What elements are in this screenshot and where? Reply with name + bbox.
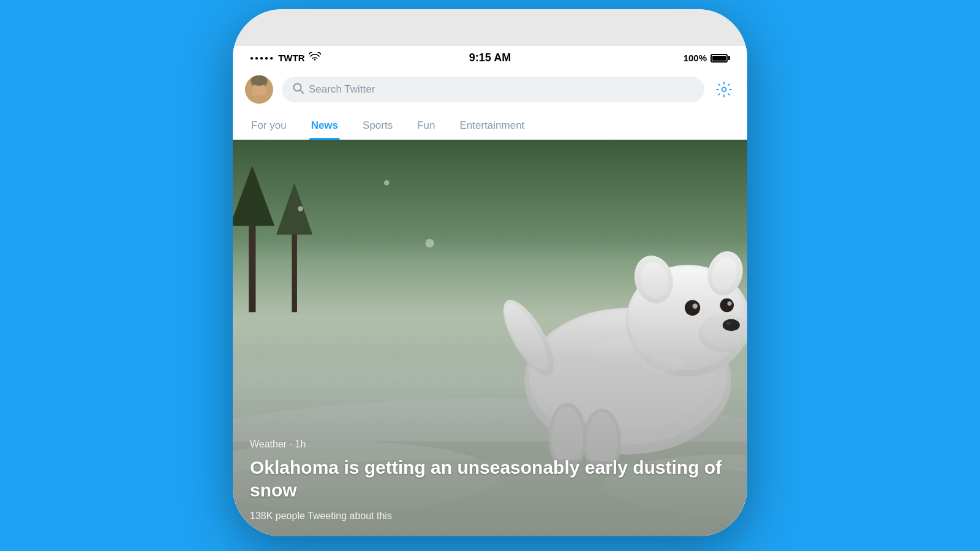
battery-percent: 100% (684, 53, 707, 63)
search-icon (293, 83, 304, 96)
content-area: Weather · 1h Oklahoma is getting an unse… (233, 140, 747, 536)
tab-entertainment[interactable]: Entertainment (448, 111, 537, 139)
tab-fun[interactable]: Fun (405, 111, 447, 139)
status-left: ●●●●● TWTR (250, 52, 321, 64)
tab-news[interactable]: News (299, 111, 350, 139)
tab-sports[interactable]: Sports (350, 111, 405, 139)
news-title: Oklahoma is getting an unseasonably earl… (250, 456, 730, 502)
tab-for-you[interactable]: For you (239, 111, 299, 139)
battery-icon (710, 54, 730, 63)
status-right: 100% (684, 53, 730, 63)
status-time: 9:15 AM (469, 51, 511, 64)
news-image: Weather · 1h Oklahoma is getting an unse… (233, 140, 747, 536)
svg-line-6 (300, 90, 303, 93)
settings-button[interactable] (713, 78, 735, 101)
phone-wrapper: ●●●●● TWTR 9:15 AM 100% (227, 9, 753, 542)
search-placeholder: Search Twitter (309, 83, 375, 96)
signal-dots: ●●●●● (250, 55, 274, 61)
avatar[interactable] (245, 75, 273, 104)
wifi-icon (309, 52, 321, 64)
tabs-bar: For you News Sports Fun Entertainment (233, 111, 747, 140)
status-bar: ●●●●● TWTR 9:15 AM 100% (233, 46, 747, 69)
phone-screen: ●●●●● TWTR 9:15 AM 100% (233, 46, 747, 536)
news-stats: 138K people Tweeting about this (250, 511, 730, 522)
carrier-label: TWTR (278, 53, 304, 63)
phone-device: ●●●●● TWTR 9:15 AM 100% (233, 9, 747, 536)
news-overlay: Weather · 1h Oklahoma is getting an unse… (233, 140, 747, 536)
search-bar[interactable]: Search Twitter (282, 77, 704, 102)
news-category: Weather · 1h (250, 439, 730, 450)
phone-top (233, 9, 747, 46)
search-header: Search Twitter (233, 69, 747, 111)
news-card[interactable]: Weather · 1h Oklahoma is getting an unse… (233, 140, 747, 536)
